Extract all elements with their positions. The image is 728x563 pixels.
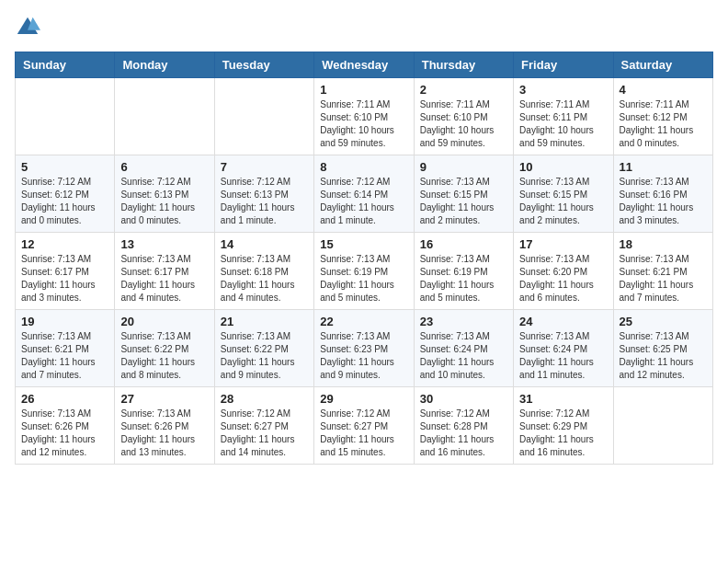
day-detail: Sunrise: 7:12 AMSunset: 6:13 PMDaylight:… [120, 176, 208, 227]
day-detail: Sunrise: 7:13 AMSunset: 6:24 PMDaylight:… [519, 330, 607, 382]
day-detail: Sunrise: 7:13 AMSunset: 6:26 PMDaylight:… [21, 408, 108, 459]
weekday-header-wednesday: Wednesday [314, 52, 414, 78]
day-number: 20 [120, 315, 208, 328]
day-number: 24 [519, 315, 607, 328]
day-number: 10 [519, 160, 607, 174]
calendar-cell: 1Sunrise: 7:11 AMSunset: 6:10 PMDaylight… [314, 78, 414, 155]
day-detail: Sunrise: 7:13 AMSunset: 6:18 PMDaylight:… [221, 253, 308, 304]
day-number: 30 [420, 392, 507, 406]
day-number: 26 [21, 392, 108, 406]
calendar-cell: 15Sunrise: 7:13 AMSunset: 6:19 PMDayligh… [314, 233, 414, 310]
calendar-cell: 20Sunrise: 7:13 AMSunset: 6:22 PMDayligh… [115, 310, 214, 387]
calendar-cell: 10Sunrise: 7:13 AMSunset: 6:15 PMDayligh… [514, 155, 613, 233]
day-detail: Sunrise: 7:12 AMSunset: 6:28 PMDaylight:… [420, 408, 507, 459]
weekday-header-sunday: Sunday [16, 52, 115, 78]
day-number: 4 [620, 83, 707, 97]
calendar-cell: 18Sunrise: 7:13 AMSunset: 6:21 PMDayligh… [613, 233, 712, 310]
day-detail: Sunrise: 7:13 AMSunset: 6:21 PMDaylight:… [620, 253, 707, 304]
calendar-cell: 4Sunrise: 7:11 AMSunset: 6:12 PMDaylight… [613, 78, 712, 155]
calendar-cell: 6Sunrise: 7:12 AMSunset: 6:13 PMDaylight… [115, 155, 214, 233]
day-number: 5 [21, 160, 108, 174]
day-detail: Sunrise: 7:12 AMSunset: 6:27 PMDaylight:… [221, 408, 308, 459]
day-number: 31 [519, 392, 607, 406]
calendar-cell: 26Sunrise: 7:13 AMSunset: 6:26 PMDayligh… [16, 387, 115, 465]
calendar-cell: 22Sunrise: 7:13 AMSunset: 6:23 PMDayligh… [314, 310, 414, 387]
calendar-cell: 11Sunrise: 7:13 AMSunset: 6:16 PMDayligh… [613, 155, 712, 233]
calendar-cell: 8Sunrise: 7:12 AMSunset: 6:14 PMDaylight… [314, 155, 414, 233]
logo-icon [15, 15, 40, 40]
day-number: 13 [120, 237, 208, 251]
day-detail: Sunrise: 7:13 AMSunset: 6:22 PMDaylight:… [221, 330, 308, 382]
day-detail: Sunrise: 7:11 AMSunset: 6:10 PMDaylight:… [320, 98, 407, 150]
day-detail: Sunrise: 7:13 AMSunset: 6:17 PMDaylight:… [120, 253, 208, 304]
calendar-week-row: 12Sunrise: 7:13 AMSunset: 6:17 PMDayligh… [16, 233, 713, 310]
calendar-cell: 21Sunrise: 7:13 AMSunset: 6:22 PMDayligh… [214, 310, 313, 387]
day-detail: Sunrise: 7:13 AMSunset: 6:16 PMDaylight:… [620, 176, 707, 227]
day-number: 25 [620, 315, 707, 328]
weekday-header-thursday: Thursday [414, 52, 513, 78]
calendar-cell [613, 387, 712, 465]
weekday-header-tuesday: Tuesday [214, 52, 313, 78]
day-detail: Sunrise: 7:13 AMSunset: 6:17 PMDaylight:… [21, 253, 108, 304]
calendar-cell [115, 78, 214, 155]
calendar-cell: 12Sunrise: 7:13 AMSunset: 6:17 PMDayligh… [16, 233, 115, 310]
day-detail: Sunrise: 7:13 AMSunset: 6:19 PMDaylight:… [420, 253, 507, 304]
calendar-cell: 19Sunrise: 7:13 AMSunset: 6:21 PMDayligh… [16, 310, 115, 387]
day-number: 14 [221, 237, 308, 251]
calendar-cell: 27Sunrise: 7:13 AMSunset: 6:26 PMDayligh… [115, 387, 214, 465]
day-number: 12 [21, 237, 108, 251]
day-detail: Sunrise: 7:13 AMSunset: 6:25 PMDaylight:… [620, 330, 707, 382]
day-detail: Sunrise: 7:11 AMSunset: 6:11 PMDaylight:… [519, 98, 607, 150]
day-detail: Sunrise: 7:13 AMSunset: 6:15 PMDaylight:… [519, 176, 607, 227]
calendar-header-row: SundayMondayTuesdayWednesdayThursdayFrid… [16, 52, 713, 78]
calendar-cell: 30Sunrise: 7:12 AMSunset: 6:28 PMDayligh… [414, 387, 513, 465]
day-number: 11 [620, 160, 707, 174]
day-number: 6 [120, 160, 208, 174]
calendar-table: SundayMondayTuesdayWednesdayThursdayFrid… [15, 52, 713, 465]
calendar-cell: 24Sunrise: 7:13 AMSunset: 6:24 PMDayligh… [514, 310, 613, 387]
day-number: 29 [320, 392, 407, 406]
day-detail: Sunrise: 7:13 AMSunset: 6:21 PMDaylight:… [21, 330, 108, 382]
day-number: 16 [420, 237, 507, 251]
calendar-cell: 14Sunrise: 7:13 AMSunset: 6:18 PMDayligh… [214, 233, 313, 310]
day-detail: Sunrise: 7:13 AMSunset: 6:26 PMDaylight:… [120, 408, 208, 459]
day-detail: Sunrise: 7:12 AMSunset: 6:14 PMDaylight:… [320, 176, 407, 227]
calendar-cell: 13Sunrise: 7:13 AMSunset: 6:17 PMDayligh… [115, 233, 214, 310]
day-number: 7 [221, 160, 308, 174]
day-number: 9 [420, 160, 507, 174]
logo [15, 15, 44, 40]
calendar-cell: 3Sunrise: 7:11 AMSunset: 6:11 PMDaylight… [514, 78, 613, 155]
day-detail: Sunrise: 7:13 AMSunset: 6:19 PMDaylight:… [320, 253, 407, 304]
calendar-cell [16, 78, 115, 155]
day-number: 28 [221, 392, 308, 406]
day-detail: Sunrise: 7:13 AMSunset: 6:24 PMDaylight:… [420, 330, 507, 382]
calendar-week-row: 26Sunrise: 7:13 AMSunset: 6:26 PMDayligh… [16, 387, 713, 465]
calendar-cell: 25Sunrise: 7:13 AMSunset: 6:25 PMDayligh… [613, 310, 712, 387]
day-detail: Sunrise: 7:13 AMSunset: 6:23 PMDaylight:… [320, 330, 407, 382]
calendar-cell: 16Sunrise: 7:13 AMSunset: 6:19 PMDayligh… [414, 233, 513, 310]
day-number: 8 [320, 160, 407, 174]
calendar-cell: 17Sunrise: 7:13 AMSunset: 6:20 PMDayligh… [514, 233, 613, 310]
calendar-cell: 23Sunrise: 7:13 AMSunset: 6:24 PMDayligh… [414, 310, 513, 387]
calendar-cell: 9Sunrise: 7:13 AMSunset: 6:15 PMDaylight… [414, 155, 513, 233]
day-number: 15 [320, 237, 407, 251]
day-detail: Sunrise: 7:11 AMSunset: 6:12 PMDaylight:… [620, 98, 707, 150]
day-number: 21 [221, 315, 308, 328]
day-number: 3 [519, 83, 607, 97]
day-number: 19 [21, 315, 108, 328]
calendar-week-row: 5Sunrise: 7:12 AMSunset: 6:12 PMDaylight… [16, 155, 713, 233]
calendar-cell: 28Sunrise: 7:12 AMSunset: 6:27 PMDayligh… [214, 387, 313, 465]
day-detail: Sunrise: 7:12 AMSunset: 6:12 PMDaylight:… [21, 176, 108, 227]
weekday-header-friday: Friday [514, 52, 613, 78]
weekday-header-monday: Monday [115, 52, 214, 78]
day-detail: Sunrise: 7:13 AMSunset: 6:20 PMDaylight:… [519, 253, 607, 304]
calendar-cell: 7Sunrise: 7:12 AMSunset: 6:13 PMDaylight… [214, 155, 313, 233]
day-number: 2 [420, 83, 507, 97]
calendar-cell: 5Sunrise: 7:12 AMSunset: 6:12 PMDaylight… [16, 155, 115, 233]
day-number: 18 [620, 237, 707, 251]
calendar-week-row: 1Sunrise: 7:11 AMSunset: 6:10 PMDaylight… [16, 78, 713, 155]
day-detail: Sunrise: 7:12 AMSunset: 6:29 PMDaylight:… [519, 408, 607, 459]
day-number: 17 [519, 237, 607, 251]
day-detail: Sunrise: 7:11 AMSunset: 6:10 PMDaylight:… [420, 98, 507, 150]
page-header [15, 15, 713, 40]
